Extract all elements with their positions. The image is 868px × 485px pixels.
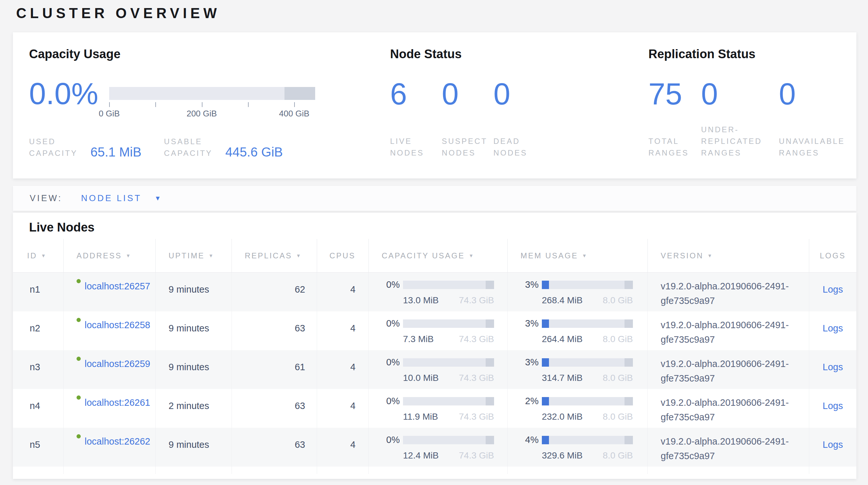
node-mem-usage-cell: 4% 329.6 MiB 8.0 GiB [507, 428, 648, 466]
mem-percent: 3% [519, 280, 538, 289]
mem-meter-reserved [624, 319, 633, 328]
node-address-cell: localhost:26261 [64, 389, 156, 428]
column-header-version[interactable]: VERSION▼ [648, 239, 809, 272]
table-row: n5 localhost:26262 9 minutes 63 4 0% [13, 428, 857, 466]
mem-meter-fill [542, 436, 549, 444]
table-row: n2 localhost:26258 9 minutes 63 4 0% [13, 311, 857, 350]
capacity-used-value: 12.4 MiB [403, 450, 439, 461]
mem-meter-track [542, 436, 633, 444]
mem-meter-reserved [624, 397, 633, 405]
sort-desc-icon: ▼ [209, 253, 214, 258]
mem-meter-reserved [624, 358, 633, 367]
capacity-meter-track [403, 319, 494, 328]
capacity-total-value: 74.3 GiB [459, 334, 494, 344]
view-dropdown-value[interactable]: NODE LIST [81, 193, 142, 203]
capacity-meter-track [403, 397, 494, 405]
node-logs-cell: Logs [809, 389, 857, 428]
mem-meter-track [542, 281, 633, 289]
capacity-usage-section: Capacity Usage 0.0% 0 GiB [29, 47, 315, 159]
logs-link[interactable]: Logs [823, 401, 843, 428]
column-header-mem-usage[interactable]: MEM USAGE▼ [507, 239, 648, 272]
node-status-section: Node Status 6 LIVE NODES 0 SUSPECT NODES… [390, 47, 545, 159]
view-label: VIEW: [30, 193, 62, 203]
capacity-total-value: 74.3 GiB [459, 411, 494, 422]
node-address-link[interactable]: localhost:26261 [85, 395, 151, 410]
capacity-used-value: 13.0 MiB [403, 295, 439, 306]
capacity-bar-reserved-segment [284, 87, 315, 100]
mem-meter-track [542, 358, 633, 367]
table-row: n4 localhost:26261 2 minutes 63 4 0% [13, 389, 857, 428]
dead-nodes-label: DEAD NODES [493, 136, 545, 159]
capacity-total-value: 74.3 GiB [459, 295, 494, 306]
usable-capacity-label: USABLE CAPACITY [164, 136, 221, 159]
table-row-partial [13, 466, 857, 474]
capacity-used-value: 10.0 MiB [403, 373, 439, 383]
axis-tick-label: 0 GiB [99, 109, 120, 119]
column-header-replicas[interactable]: REPLICAS▼ [232, 239, 317, 272]
total-ranges-value: 75 [648, 79, 701, 110]
node-uptime-cell: 9 minutes [156, 311, 232, 350]
capacity-meter-reserved [486, 358, 494, 367]
mem-percent: 3% [519, 318, 538, 328]
logs-link[interactable]: Logs [823, 323, 843, 350]
capacity-used-value: 11.9 MiB [403, 411, 438, 422]
node-capacity-usage-cell: 0% 12.4 MiB 74.3 GiB [369, 428, 507, 466]
table-header-row: ID▼ ADDRESS▼ UPTIME▼ REPLICAS▼ CPUS CAPA… [13, 239, 857, 273]
capacity-meter-track [403, 436, 494, 444]
sort-desc-icon: ▼ [126, 253, 132, 258]
mem-used-value: 314.7 MiB [542, 373, 583, 383]
column-header-address[interactable]: ADDRESS▼ [64, 239, 156, 272]
axis-tick-label: 400 GiB [279, 109, 309, 119]
node-uptime-cell: 2 minutes [156, 389, 232, 428]
node-cpus-cell: 4 [317, 428, 369, 466]
table-row: n3 localhost:26259 9 minutes 61 4 0% [13, 350, 857, 389]
column-header-uptime[interactable]: UPTIME▼ [156, 239, 232, 272]
under-replicated-ranges-stat: 0 UNDER-REPLICATED RANGES [701, 79, 779, 159]
sort-desc-icon: ▼ [296, 253, 302, 258]
logs-link[interactable]: Logs [823, 284, 843, 311]
node-status-heading: Node Status [390, 47, 545, 61]
column-header-capacity-usage[interactable]: CAPACITY USAGE▼ [369, 239, 507, 272]
summary-card: Capacity Usage 0.0% 0 GiB [13, 32, 857, 178]
logs-link[interactable]: Logs [823, 362, 843, 389]
live-nodes-heading: Live Nodes [13, 213, 857, 234]
live-status-dot-icon [76, 434, 81, 438]
node-address-link[interactable]: localhost:26259 [85, 356, 151, 371]
page-title: CLUSTER OVERVIEW [16, 5, 220, 21]
node-uptime-cell: 9 minutes [156, 273, 232, 311]
capacity-used-value: 7.3 MiB [403, 334, 434, 344]
logs-link[interactable]: Logs [823, 439, 843, 466]
capacity-bar-track [109, 87, 315, 100]
suspect-nodes-stat: 0 SUSPECT NODES [442, 79, 493, 159]
view-dropdown[interactable]: NODE LIST ▼ [81, 193, 161, 203]
node-mem-usage-cell: 2% 232.0 MiB 8.0 GiB [507, 389, 648, 428]
unavailable-ranges-label: UNAVAILABLE RANGES [779, 136, 857, 159]
live-nodes-label: LIVE NODES [390, 136, 442, 159]
node-address-link[interactable]: localhost:26262 [85, 434, 151, 449]
capacity-meter-reserved [486, 397, 494, 405]
node-mem-usage-cell: 3% 268.4 MiB 8.0 GiB [507, 273, 648, 311]
sort-desc-icon: ▼ [582, 253, 588, 258]
node-address-link[interactable]: localhost:26258 [85, 318, 151, 333]
node-id-cell: n4 [13, 389, 64, 428]
caret-down-icon[interactable]: ▼ [155, 195, 161, 202]
table-body: n1 localhost:26257 9 minutes 62 4 0% [13, 273, 857, 474]
node-address-link[interactable]: localhost:26257 [85, 279, 151, 293]
node-version-cell: v19.2.0-alpha.20190606-2491-gfe735c9a97 [648, 389, 809, 428]
node-uptime-cell: 9 minutes [156, 350, 232, 389]
node-version-cell: v19.2.0-alpha.20190606-2491-gfe735c9a97 [648, 428, 809, 466]
node-capacity-usage-cell: 0% 7.3 MiB 74.3 GiB [369, 311, 507, 350]
replication-status-heading: Replication Status [648, 47, 857, 61]
node-capacity-usage-cell: 0% 10.0 MiB 74.3 GiB [369, 350, 507, 389]
suspect-nodes-label: SUSPECT NODES [442, 136, 493, 159]
table-row: n1 localhost:26257 9 minutes 62 4 0% [13, 273, 857, 311]
capacity-percent: 0% [380, 435, 400, 445]
sort-desc-icon: ▼ [708, 253, 713, 258]
capacity-total-value: 74.3 GiB [459, 373, 494, 383]
live-status-dot-icon [76, 356, 81, 361]
mem-used-value: 264.4 MiB [542, 334, 583, 344]
column-header-id[interactable]: ID▼ [13, 239, 64, 272]
total-ranges-stat: 75 TOTAL RANGES [648, 79, 701, 159]
capacity-percent: 0% [380, 396, 400, 406]
node-replicas-cell: 63 [232, 311, 317, 350]
